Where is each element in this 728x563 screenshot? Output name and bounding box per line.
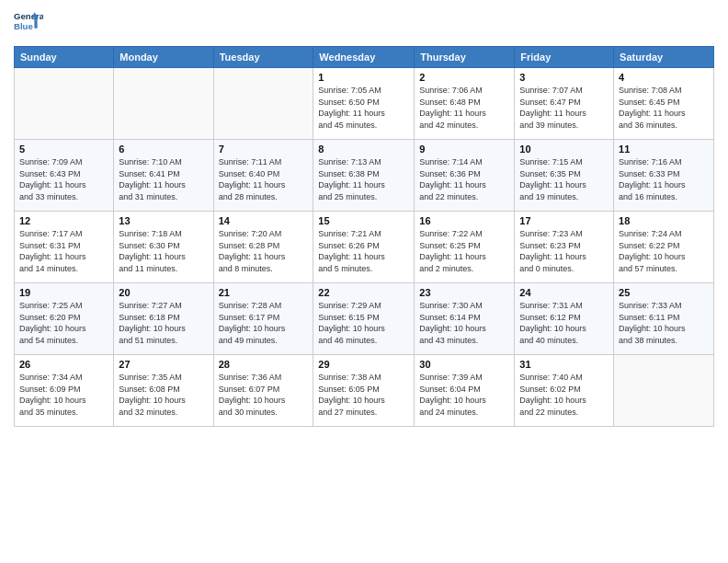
week-row-4: 19Sunrise: 7:25 AMSunset: 6:20 PMDayligh… — [15, 283, 714, 355]
week-row-1: 1Sunrise: 7:05 AMSunset: 6:50 PMDaylight… — [15, 68, 714, 140]
day-info: Sunrise: 7:16 AMSunset: 6:33 PMDaylight:… — [619, 156, 709, 202]
day-info: Sunrise: 7:39 AMSunset: 6:04 PMDaylight:… — [419, 372, 509, 418]
calendar-cell: 2Sunrise: 7:06 AMSunset: 6:48 PMDaylight… — [415, 68, 515, 140]
day-number: 9 — [419, 144, 509, 155]
day-number: 31 — [519, 359, 609, 370]
day-info: Sunrise: 7:06 AMSunset: 6:48 PMDaylight:… — [419, 85, 509, 131]
day-info: Sunrise: 7:14 AMSunset: 6:36 PMDaylight:… — [419, 156, 509, 202]
calendar-cell: 27Sunrise: 7:35 AMSunset: 6:08 PMDayligh… — [114, 355, 213, 427]
week-row-3: 12Sunrise: 7:17 AMSunset: 6:31 PMDayligh… — [15, 212, 714, 283]
day-number: 19 — [19, 287, 108, 298]
calendar-cell: 8Sunrise: 7:13 AMSunset: 6:38 PMDaylight… — [313, 140, 415, 212]
day-info: Sunrise: 7:25 AMSunset: 6:20 PMDaylight:… — [19, 300, 108, 346]
day-info: Sunrise: 7:11 AMSunset: 6:40 PMDaylight:… — [219, 156, 309, 202]
day-info: Sunrise: 7:36 AMSunset: 6:07 PMDaylight:… — [219, 372, 309, 418]
day-info: Sunrise: 7:33 AMSunset: 6:11 PMDaylight:… — [619, 300, 709, 346]
calendar-cell — [213, 68, 313, 140]
svg-text:Blue: Blue — [14, 21, 33, 31]
day-info: Sunrise: 7:20 AMSunset: 6:28 PMDaylight:… — [219, 228, 309, 274]
day-info: Sunrise: 7:07 AMSunset: 6:47 PMDaylight:… — [519, 85, 609, 131]
day-number: 2 — [419, 72, 509, 83]
day-info: Sunrise: 7:29 AMSunset: 6:15 PMDaylight:… — [318, 300, 409, 346]
calendar-cell: 19Sunrise: 7:25 AMSunset: 6:20 PMDayligh… — [15, 283, 114, 355]
calendar-cell: 26Sunrise: 7:34 AMSunset: 6:09 PMDayligh… — [15, 355, 114, 427]
day-info: Sunrise: 7:10 AMSunset: 6:41 PMDaylight:… — [119, 156, 208, 202]
calendar-cell: 25Sunrise: 7:33 AMSunset: 6:11 PMDayligh… — [614, 283, 714, 355]
day-number: 11 — [619, 144, 709, 155]
header: GeneralBlue — [14, 9, 714, 39]
day-number: 13 — [119, 215, 208, 226]
logo: GeneralBlue — [14, 9, 43, 39]
calendar-cell: 23Sunrise: 7:30 AMSunset: 6:14 PMDayligh… — [415, 283, 515, 355]
calendar-cell: 1Sunrise: 7:05 AMSunset: 6:50 PMDaylight… — [313, 68, 415, 140]
logo-icon: GeneralBlue — [14, 9, 43, 39]
calendar-cell: 24Sunrise: 7:31 AMSunset: 6:12 PMDayligh… — [515, 283, 614, 355]
weekday-header-sunday: Sunday — [15, 47, 114, 68]
calendar-cell: 11Sunrise: 7:16 AMSunset: 6:33 PMDayligh… — [614, 140, 714, 212]
calendar-cell: 18Sunrise: 7:24 AMSunset: 6:22 PMDayligh… — [614, 212, 714, 283]
calendar-cell: 13Sunrise: 7:18 AMSunset: 6:30 PMDayligh… — [114, 212, 213, 283]
weekday-header-wednesday: Wednesday — [313, 47, 415, 68]
calendar-cell: 17Sunrise: 7:23 AMSunset: 6:23 PMDayligh… — [515, 212, 614, 283]
day-number: 16 — [419, 215, 509, 226]
day-info: Sunrise: 7:31 AMSunset: 6:12 PMDaylight:… — [519, 300, 609, 346]
day-info: Sunrise: 7:17 AMSunset: 6:31 PMDaylight:… — [19, 228, 108, 274]
calendar-cell: 29Sunrise: 7:38 AMSunset: 6:05 PMDayligh… — [313, 355, 415, 427]
calendar-cell: 28Sunrise: 7:36 AMSunset: 6:07 PMDayligh… — [213, 355, 313, 427]
calendar-cell — [15, 68, 114, 140]
weekday-header-tuesday: Tuesday — [213, 47, 313, 68]
day-info: Sunrise: 7:18 AMSunset: 6:30 PMDaylight:… — [119, 228, 208, 274]
calendar-cell: 30Sunrise: 7:39 AMSunset: 6:04 PMDayligh… — [415, 355, 515, 427]
day-info: Sunrise: 7:40 AMSunset: 6:02 PMDaylight:… — [519, 372, 609, 418]
day-info: Sunrise: 7:09 AMSunset: 6:43 PMDaylight:… — [19, 156, 108, 202]
day-number: 14 — [219, 215, 309, 226]
calendar-cell: 12Sunrise: 7:17 AMSunset: 6:31 PMDayligh… — [15, 212, 114, 283]
day-number: 18 — [619, 215, 709, 226]
calendar-cell: 5Sunrise: 7:09 AMSunset: 6:43 PMDaylight… — [15, 140, 114, 212]
day-number: 23 — [419, 287, 509, 298]
calendar-cell: 15Sunrise: 7:21 AMSunset: 6:26 PMDayligh… — [313, 212, 415, 283]
day-number: 28 — [219, 359, 309, 370]
day-number: 7 — [219, 144, 309, 155]
week-row-5: 26Sunrise: 7:34 AMSunset: 6:09 PMDayligh… — [15, 355, 714, 427]
day-number: 15 — [318, 215, 409, 226]
calendar-cell: 4Sunrise: 7:08 AMSunset: 6:45 PMDaylight… — [614, 68, 714, 140]
calendar-cell — [614, 355, 714, 427]
calendar-cell: 21Sunrise: 7:28 AMSunset: 6:17 PMDayligh… — [213, 283, 313, 355]
day-info: Sunrise: 7:34 AMSunset: 6:09 PMDaylight:… — [19, 372, 108, 418]
day-info: Sunrise: 7:24 AMSunset: 6:22 PMDaylight:… — [619, 228, 709, 274]
day-number: 4 — [619, 72, 709, 83]
calendar-cell: 9Sunrise: 7:14 AMSunset: 6:36 PMDaylight… — [415, 140, 515, 212]
calendar-cell: 6Sunrise: 7:10 AMSunset: 6:41 PMDaylight… — [114, 140, 213, 212]
day-number: 26 — [19, 359, 108, 370]
calendar-cell: 14Sunrise: 7:20 AMSunset: 6:28 PMDayligh… — [213, 212, 313, 283]
day-number: 17 — [519, 215, 609, 226]
day-info: Sunrise: 7:15 AMSunset: 6:35 PMDaylight:… — [519, 156, 609, 202]
day-number: 27 — [119, 359, 208, 370]
day-info: Sunrise: 7:22 AMSunset: 6:25 PMDaylight:… — [419, 228, 509, 274]
day-number: 29 — [318, 359, 409, 370]
day-info: Sunrise: 7:28 AMSunset: 6:17 PMDaylight:… — [219, 300, 309, 346]
day-number: 21 — [219, 287, 309, 298]
calendar-cell: 22Sunrise: 7:29 AMSunset: 6:15 PMDayligh… — [313, 283, 415, 355]
calendar-cell: 31Sunrise: 7:40 AMSunset: 6:02 PMDayligh… — [515, 355, 614, 427]
day-number: 24 — [519, 287, 609, 298]
day-info: Sunrise: 7:38 AMSunset: 6:05 PMDaylight:… — [318, 372, 409, 418]
day-info: Sunrise: 7:30 AMSunset: 6:14 PMDaylight:… — [419, 300, 509, 346]
calendar-cell: 10Sunrise: 7:15 AMSunset: 6:35 PMDayligh… — [515, 140, 614, 212]
weekday-header-monday: Monday — [114, 47, 213, 68]
day-info: Sunrise: 7:35 AMSunset: 6:08 PMDaylight:… — [119, 372, 208, 418]
calendar-cell: 16Sunrise: 7:22 AMSunset: 6:25 PMDayligh… — [415, 212, 515, 283]
weekday-header-friday: Friday — [515, 47, 614, 68]
day-info: Sunrise: 7:13 AMSunset: 6:38 PMDaylight:… — [318, 156, 409, 202]
day-info: Sunrise: 7:27 AMSunset: 6:18 PMDaylight:… — [119, 300, 208, 346]
weekday-header-saturday: Saturday — [614, 47, 714, 68]
day-info: Sunrise: 7:21 AMSunset: 6:26 PMDaylight:… — [318, 228, 409, 274]
week-row-2: 5Sunrise: 7:09 AMSunset: 6:43 PMDaylight… — [15, 140, 714, 212]
day-number: 20 — [119, 287, 208, 298]
day-number: 22 — [318, 287, 409, 298]
day-number: 5 — [19, 144, 108, 155]
page: GeneralBlue SundayMondayTuesdayWednesday… — [0, 0, 728, 563]
day-number: 10 — [519, 144, 609, 155]
day-info: Sunrise: 7:05 AMSunset: 6:50 PMDaylight:… — [318, 85, 409, 131]
